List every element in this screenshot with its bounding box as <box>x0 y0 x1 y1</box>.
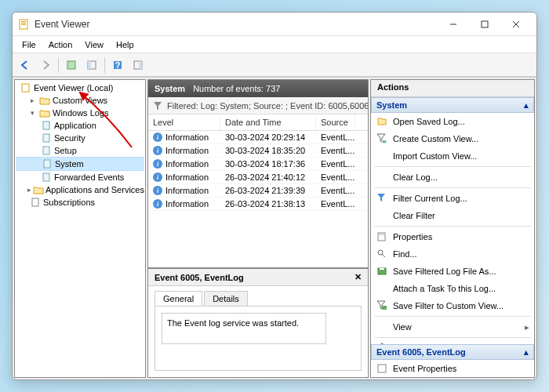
action-create-custom-view[interactable]: +Create Custom View... <box>371 130 534 147</box>
subscriptions-icon <box>29 197 42 208</box>
action-save-filtered-log-file-as[interactable]: Save Filtered Log File As... <box>371 263 534 280</box>
svg-rect-5 <box>482 21 488 27</box>
svg-rect-18 <box>43 147 49 154</box>
event-row[interactable]: iInformation30-03-2024 18:17:36EventL... <box>148 158 368 171</box>
log-icon <box>40 132 53 143</box>
action-attach-a-task-to-this-log[interactable]: Attach a Task To this Log... <box>371 280 534 297</box>
action-clear-filter[interactable]: Clear Filter <box>371 207 534 224</box>
expand-icon[interactable]: ▸ <box>27 185 31 194</box>
actions-panel: Actions System ▴ Open Saved Log...+Creat… <box>370 79 535 378</box>
action-icon <box>376 192 388 205</box>
event-row[interactable]: iInformation26-03-2024 21:39:39EventL... <box>148 184 368 198</box>
toolbar-icon-4[interactable] <box>129 56 147 74</box>
action-label: Open Saved Log... <box>393 117 465 126</box>
collapse-icon[interactable]: ▴ <box>524 347 529 358</box>
actions-section-event[interactable]: Event 6005, EventLog ▴ <box>371 344 534 360</box>
action-find[interactable]: Find... <box>371 245 534 263</box>
tree-label: Setup <box>54 146 77 155</box>
action-label: Clear Filter <box>393 211 435 220</box>
log-icon <box>40 172 53 183</box>
tree-application[interactable]: Application <box>16 119 144 132</box>
event-row[interactable]: iInformation26-03-2024 21:38:13EventL... <box>148 198 368 211</box>
center-panel: System Number of events: 737 Filtered: L… <box>147 79 369 378</box>
collapse-icon[interactable]: ▴ <box>524 100 529 111</box>
detail-header: Event 6005, EventLog ✕ <box>148 269 368 286</box>
separator <box>374 226 531 227</box>
action-event-properties[interactable]: Event Properties <box>371 360 534 377</box>
toolbar-icon-2[interactable] <box>82 56 101 74</box>
action-filter-current-log[interactable]: Filter Current Log... <box>371 190 534 207</box>
action-label: View <box>393 322 412 332</box>
minimize-button[interactable] <box>438 13 469 35</box>
separator <box>374 166 531 167</box>
back-button[interactable] <box>16 56 35 74</box>
tree-windows-logs[interactable]: ▾ Windows Logs <box>16 107 144 119</box>
tree-label: Windows Logs <box>53 108 109 118</box>
svg-rect-3 <box>21 24 26 25</box>
menu-file[interactable]: File <box>16 38 42 52</box>
action-import-custom-view[interactable]: Import Custom View... <box>371 147 534 165</box>
tree-label: Forwarded Events <box>54 172 124 182</box>
tree-panel[interactable]: Event Viewer (Local) ▸ Custom Views ▾ Wi… <box>14 79 146 378</box>
actions-section-system[interactable]: System ▴ <box>371 97 534 113</box>
tab-details[interactable]: Details <box>204 291 248 306</box>
menu-action[interactable]: Action <box>42 38 79 52</box>
event-row[interactable]: iInformation26-03-2024 21:40:12EventL... <box>148 171 368 184</box>
window-title: Event Viewer <box>35 19 438 30</box>
info-icon: i <box>153 199 162 209</box>
col-level[interactable]: Level <box>148 114 220 130</box>
action-icon <box>376 115 388 128</box>
expand-icon[interactable]: ▸ <box>27 96 37 105</box>
action-label: Filter Current Log... <box>393 194 467 203</box>
tree-subscriptions[interactable]: Subscriptions <box>16 196 144 209</box>
section-label: Event 6005, EventLog <box>376 347 466 357</box>
svg-rect-8 <box>67 61 75 69</box>
tree-root[interactable]: Event Viewer (Local) <box>16 82 144 94</box>
action-label: Import Custom View... <box>393 151 477 161</box>
action-clear-log[interactable]: Clear Log... <box>371 169 534 186</box>
tree-label: System <box>55 159 84 169</box>
svg-rect-21 <box>32 198 38 206</box>
action-save-filter-to-custom-view[interactable]: Save Filter to Custom View... <box>371 297 534 314</box>
app-icon <box>17 18 30 31</box>
events-grid[interactable]: Level Date and Time Source iInformation3… <box>148 114 368 267</box>
tab-general[interactable]: General <box>155 291 202 306</box>
event-row[interactable]: iInformation30-03-2024 18:35:20EventL... <box>148 144 368 158</box>
maximize-button[interactable] <box>469 13 500 35</box>
event-row[interactable]: iInformation30-03-2024 20:29:14EventL... <box>148 131 368 144</box>
close-button[interactable] <box>500 13 532 35</box>
toolbar-icon-1[interactable] <box>62 56 81 74</box>
detail-body: The Event log service was started. <box>155 306 362 371</box>
info-icon: i <box>153 186 162 195</box>
toolbar: ? <box>13 53 536 77</box>
event-viewer-window: Event Viewer File Action View Help ? Eve… <box>12 12 537 380</box>
col-source[interactable]: Source <box>316 114 355 130</box>
svg-rect-17 <box>43 134 49 142</box>
action-label: Attach a Task To this Log... <box>393 284 496 293</box>
action-properties[interactable]: Properties <box>371 228 534 245</box>
col-date[interactable]: Date and Time <box>220 114 316 130</box>
menu-help[interactable]: Help <box>110 38 140 52</box>
action-view[interactable]: View▸ <box>371 318 534 336</box>
action-open-saved-log[interactable]: Open Saved Log... <box>371 113 534 130</box>
info-icon: i <box>153 132 162 142</box>
tree-root-label: Event Viewer (Local) <box>34 83 113 93</box>
collapse-icon[interactable]: ▾ <box>27 108 37 118</box>
help-icon[interactable]: ? <box>108 56 127 74</box>
filter-bar: Filtered: Log: System; Source: ; Event I… <box>148 97 368 114</box>
close-detail-button[interactable]: ✕ <box>354 272 362 282</box>
tree-forwarded[interactable]: Forwarded Events <box>16 171 144 183</box>
tree-custom-views[interactable]: ▸ Custom Views <box>16 94 144 107</box>
tree-setup[interactable]: Setup <box>16 144 144 157</box>
forward-button[interactable] <box>36 56 55 74</box>
tree-system[interactable]: System <box>16 157 144 171</box>
tree-security[interactable]: Security <box>16 132 144 144</box>
actions-title: Actions <box>371 80 534 97</box>
separator <box>374 187 531 188</box>
folder-icon <box>38 107 51 118</box>
tree-apps-services[interactable]: ▸ Applications and Services Lo <box>16 183 144 196</box>
menu-view[interactable]: View <box>78 38 110 52</box>
detail-panel: Event 6005, EventLog ✕ General Details T… <box>148 267 368 377</box>
grid-header[interactable]: Level Date and Time Source <box>148 114 368 131</box>
svg-rect-1 <box>21 21 26 22</box>
